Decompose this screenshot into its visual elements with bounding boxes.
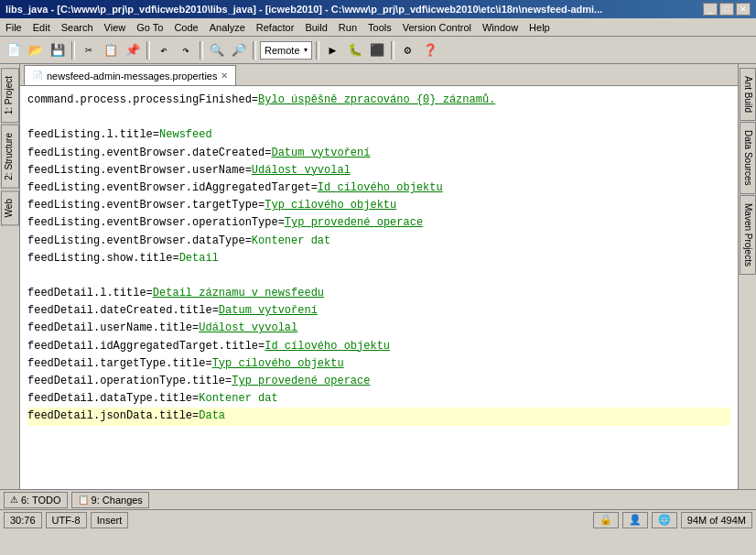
new-file-button[interactable]: 📄 xyxy=(4,40,24,60)
encoding-indicator: UTF-8 xyxy=(46,512,87,528)
menu-item-build[interactable]: Build xyxy=(299,20,332,35)
close-button[interactable]: ✕ xyxy=(736,3,751,16)
code-empty-line xyxy=(27,267,730,285)
debug-button[interactable]: 🐛 xyxy=(345,40,365,60)
code-key: feedListing.eventBrowser.operationType= xyxy=(27,216,285,229)
code-line: feedDetail.userName.title=Událost vyvola… xyxy=(27,320,730,337)
main-area: 1: Project2: StructureWeb 📄 newsfeed-adm… xyxy=(0,64,756,489)
left-tab-structure[interactable]: 2: Structure xyxy=(1,125,19,189)
menu-item-view[interactable]: View xyxy=(99,20,132,35)
menu-item-edit[interactable]: Edit xyxy=(27,20,56,35)
editor-tab[interactable]: 📄 newsfeed-admin-messages.properties ✕ xyxy=(24,65,236,85)
code-value: Data xyxy=(199,409,225,422)
remote-dropdown[interactable]: Remote ▾ xyxy=(260,41,312,60)
maximize-button[interactable]: □ xyxy=(719,3,734,16)
copy-button[interactable]: 📋 xyxy=(101,40,121,60)
search-button[interactable]: 🔍 xyxy=(207,40,227,60)
cut-button[interactable]: ✂ xyxy=(79,40,99,60)
left-tab-web[interactable]: Web xyxy=(1,190,19,225)
code-value: Datum vytvoření xyxy=(271,147,370,159)
right-tab-data-sources[interactable]: Data Sources xyxy=(740,122,756,194)
menu-item-code[interactable]: Code xyxy=(168,20,203,35)
status-bar: 30:76 UTF-8 Insert 🔒 👤 🌐 94M of 494M xyxy=(0,509,756,529)
settings-button[interactable]: ⚙ xyxy=(398,40,418,60)
position-indicator: 30:76 xyxy=(4,512,42,528)
dropdown-arrow: ▾ xyxy=(304,46,308,54)
bottom-tab-todo[interactable]: ⚠6: TODO xyxy=(4,492,68,508)
code-line: feedDetail.jsonData.title=Data xyxy=(27,408,730,425)
undo-button[interactable]: ↶ xyxy=(154,40,174,60)
redo-button[interactable]: ↷ xyxy=(176,40,196,60)
bottom-tab-changes[interactable]: 📋9: Changes xyxy=(71,492,149,508)
code-line: feedDetail.dateCreated.title=Datum vytvo… xyxy=(27,302,730,320)
tab-close-button[interactable]: ✕ xyxy=(221,71,228,81)
code-key: command.process.processingFinished= xyxy=(27,93,258,106)
code-value: Typ cílového objektu xyxy=(265,199,396,212)
menu-item-window[interactable]: Window xyxy=(477,20,524,35)
tab-file-icon: 📄 xyxy=(32,71,43,81)
find-button[interactable]: 🔎 xyxy=(229,40,249,60)
paste-button[interactable]: 📌 xyxy=(123,40,143,60)
code-line: feedListing.eventBrowser.dateCreated=Dat… xyxy=(27,145,730,162)
code-line: feedListing.show.title=Detail xyxy=(27,250,730,267)
code-line: feedListing.eventBrowser.idAggregatedTar… xyxy=(27,180,730,197)
run-button[interactable]: ▶ xyxy=(323,40,343,60)
code-line: feedDetail.dataType.title=Kontener dat xyxy=(27,390,730,408)
code-value: Bylo úspěšně zpracováno {0} záznamů. xyxy=(258,93,495,106)
toolbar-separator-4 xyxy=(253,41,256,60)
left-tab-panel: 1: Project2: StructureWeb xyxy=(0,64,20,489)
position-text: 30:76 xyxy=(10,515,36,526)
menu-item-file[interactable]: File xyxy=(0,20,27,35)
code-value: Událost vyvolal xyxy=(252,164,351,177)
code-value: Kontener dat xyxy=(199,392,277,405)
stop-button[interactable]: ⬛ xyxy=(367,40,387,60)
toolbar-separator-2 xyxy=(146,41,150,60)
code-value: Kontener dat xyxy=(252,234,330,247)
code-key: feedListing.eventBrowser.idAggregatedTar… xyxy=(27,181,318,194)
bottom-tab-icon: 📋 xyxy=(78,495,89,505)
code-editor[interactable]: command.process.processingFinished=Bylo … xyxy=(20,86,738,489)
bottom-tab-label: 9: Changes xyxy=(92,495,143,506)
code-value: Typ provedené operace xyxy=(285,216,423,229)
menu-item-tools[interactable]: Tools xyxy=(362,20,397,35)
right-tab-maven[interactable]: Maven Projects xyxy=(740,195,756,275)
menu-item-analyze[interactable]: Analyze xyxy=(204,20,251,35)
code-key: feedListing.eventBrowser.dataType= xyxy=(27,234,252,247)
right-tab-ant-build[interactable]: Ant Build xyxy=(740,68,756,121)
help-button[interactable]: ❓ xyxy=(420,40,440,60)
code-value: Typ cílového objektu xyxy=(212,357,344,370)
toolbar-separator-5 xyxy=(316,41,319,60)
code-line: feedDetail.l.title=Detail záznamu v news… xyxy=(27,285,730,302)
open-button[interactable]: 📂 xyxy=(26,40,46,60)
code-key: feedDetail.operationType.title= xyxy=(27,375,232,387)
code-value: Událost vyvolal xyxy=(199,321,297,334)
code-line: feedDetail.targetType.title=Typ cílového… xyxy=(27,355,730,373)
menu-item-version-control[interactable]: Version Control xyxy=(397,20,477,35)
code-key: feedDetail.userName.title= xyxy=(27,321,199,334)
code-key: feedListing.eventBrowser.userName= xyxy=(27,164,252,177)
tab-strip: 📄 newsfeed-admin-messages.properties ✕ xyxy=(20,64,738,86)
code-key: feedListing.show.title= xyxy=(27,252,179,265)
insert-mode-text: Insert xyxy=(97,515,123,526)
bottom-tab-bar: ⚠6: TODO📋9: Changes xyxy=(0,489,756,509)
menu-item-run[interactable]: Run xyxy=(333,20,362,35)
code-key: feedDetail.targetType.title= xyxy=(27,357,212,370)
code-key: feedDetail.jsonData.title= xyxy=(27,409,199,422)
minimize-button[interactable]: _ xyxy=(703,3,718,16)
network-icon: 🌐 xyxy=(652,512,677,528)
toolbar-separator-6 xyxy=(391,41,394,60)
menu-item-help[interactable]: Help xyxy=(524,20,556,35)
editor-container: 📄 newsfeed-admin-messages.properties ✕ c… xyxy=(20,64,738,489)
menu-item-go-to[interactable]: Go To xyxy=(131,20,168,35)
code-key: feedDetail.dateCreated.title= xyxy=(27,304,219,317)
menu-item-search[interactable]: Search xyxy=(56,20,99,35)
remote-label: Remote xyxy=(265,45,300,56)
left-tab-project[interactable]: 1: Project xyxy=(1,68,19,123)
code-value: Id cílového objektu xyxy=(265,340,390,353)
toolbar-separator-1 xyxy=(71,41,75,60)
save-button[interactable]: 💾 xyxy=(48,40,68,60)
lock-icon: 🔒 xyxy=(593,512,619,528)
toolbar-separator-3 xyxy=(200,41,203,60)
menu-item-refactor[interactable]: Refactor xyxy=(251,20,300,35)
code-line: feedDetail.idAggregatedTarget.title=Id c… xyxy=(27,338,730,355)
